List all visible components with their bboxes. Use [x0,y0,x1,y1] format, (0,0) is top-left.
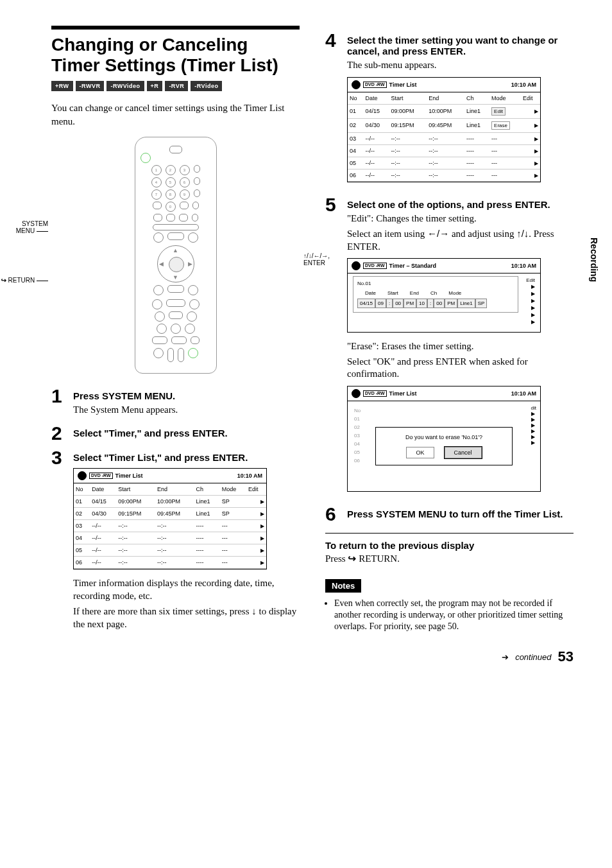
submenu-erase: Erase [491,121,510,130]
osd-clock: 10:10 AM [237,473,262,479]
step-6-num: 6 [325,505,339,524]
badge-rw: +RW [51,81,73,91]
osd-edit-panel: DVD -RW Timer – Standard 10:10 AM No.01 … [347,258,541,333]
side-tab-recording: Recording [589,238,599,282]
step-4-body: The sub-menu appears. [347,59,574,72]
disc-icon [78,471,87,480]
osd-timer-list-1: DVD -RW Timer List 10:10 AM NoDate Start… [73,468,267,569]
step-4-title: Select the timer setting you want to cha… [347,35,574,56]
step-1-title: Press SYSTEM MENU. [73,390,300,401]
step-3-after2: If there are more than six timer setting… [73,605,300,630]
step-5-title: Select one of the options, and press ENT… [347,199,574,210]
format-badges: +RW -RWVR -RWVideo +R -RVR -RVideo [51,81,300,91]
step-3-num: 3 [51,448,65,467]
label-system-menu: SYSTEM MENU [13,220,48,234]
badge-r: +R [147,81,163,91]
cancel-button[interactable]: Cancel [445,447,482,458]
page-number: 53 [558,648,574,665]
step-2-num: 2 [51,424,65,443]
osd-submenu: DVD -RW Timer List 10:10 AM NoDateStartE… [347,77,541,182]
disc-icon [352,80,361,89]
notes-label: Notes [325,579,361,593]
return-body: Press ↩ RETURN. [325,552,574,565]
osd-clock: 10:10 AM [511,82,536,88]
step-4-num: 4 [325,31,339,50]
table-row: 06--/----:----:---------▶ [74,557,266,569]
step-1-body: The System Menu appears. [73,404,300,417]
note-item: Even when correctly set, the program may… [334,598,574,633]
dvd-badge: DVD -RW [363,82,387,88]
return-heading: To return to the previous display [325,540,574,551]
table-row: 0204/3009:15PM09:45PMLine1SP▶ [74,508,266,520]
step-5-edit-body: Select an item using ←/→ and adjust usin… [347,227,574,253]
page-title: Changing or Canceling Timer Settings (Ti… [51,35,300,76]
step-5-erase-line: "Erase": Erases the timer setting. [347,340,574,353]
step-1-num: 1 [51,386,65,406]
continued-arrow-icon: ➔ [502,652,509,662]
dvd-badge: DVD -RW [89,473,113,479]
label-return: ↩ RETURN [0,277,48,284]
notes-list: Even when correctly set, the program may… [325,598,574,633]
step-2-title: Select "Timer," and press ENTER. [73,428,300,438]
table-row: 03--/----:----:---------▶ [74,520,266,532]
table-row: 04--/----:----:---------▶ [74,532,266,544]
label-enter: ↑/↓/←/→, ENTER [303,252,350,266]
timer-table: NoDate StartEnd ChMode Edit 0104/1509:00… [74,483,266,569]
section-rule [325,533,574,534]
remote-diagram: SYSTEM MENU ↩ RETURN ↑/↓/←/→, ENTER 123 … [51,137,300,374]
badge-rwvr: -RWVR [76,81,105,91]
table-row: 05--/----:----:---------▶ [74,544,266,557]
step-5-edit-line: "Edit": Changes the timer setting. [347,213,574,225]
confirm-dialog: Do you want to erase 'No.01'? OK Cancel [375,427,513,465]
osd-title: Timer List [389,82,417,88]
ok-button[interactable]: OK [406,447,434,458]
d-pad: ▲▼◀▶ [157,245,194,282]
badge-rvideo: -RVideo [191,81,222,91]
badge-rvr: -RVR [165,81,188,91]
step-3-after: Timer information displays the recording… [73,577,300,602]
intro-text: You can change or cancel timer settings … [51,101,300,128]
step-5-erase-body: Select "OK" and press ENTER when asked f… [347,356,574,381]
osd-erase-dialog: DVD -RW Timer List 10:10 AM No0102030405… [347,386,541,492]
continued-label: continued [515,652,551,662]
edit-no: No.01 [357,281,514,286]
title-rule [51,26,300,30]
edit-col-label: Edit [518,277,535,283]
badge-rwvideo: -RWVideo [106,81,144,91]
table-row: 0104/1509:00PM10:00PMLine1SP▶ [74,496,266,508]
step-3-title: Select "Timer List," and press ENTER. [73,452,300,463]
step-5-num: 5 [325,195,339,214]
osd-title: Timer List [115,473,143,479]
step-6-title: Press SYSTEM MENU to turn off the Timer … [347,508,574,519]
submenu-edit: Edit [491,107,506,116]
dialog-question: Do you want to erase 'No.01'? [386,434,502,440]
